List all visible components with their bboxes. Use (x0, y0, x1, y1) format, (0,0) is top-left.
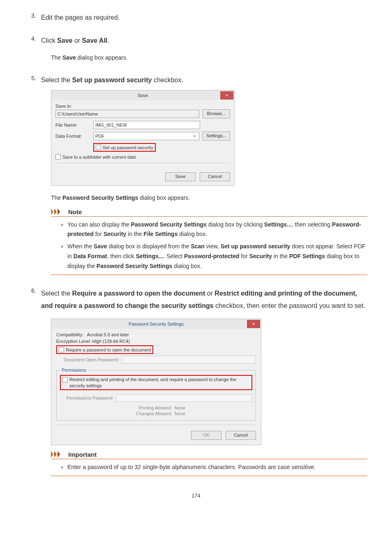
file-name-field[interactable]: IMG_001_NEW (93, 121, 200, 129)
save-subfolder-checkbox[interactable] (55, 154, 61, 160)
require-open-label: Require a password to open the document (66, 347, 151, 352)
note-chevron-icon (51, 208, 66, 215)
perm-pwd-field[interactable] (116, 394, 252, 402)
step-4-num: 4. (31, 35, 36, 42)
step-4: 4. Click Save or Save All. The Save dial… (41, 35, 367, 62)
important-title: Important (68, 451, 97, 458)
permissions-legend: Permissions (60, 368, 88, 372)
encryption-label: Encryption Level: High (128-bit RC4) (56, 339, 256, 344)
pss-dialog-title: Password Security Settings (51, 321, 261, 326)
cancel-button[interactable]: Cancel (200, 172, 230, 181)
step-5: 5. Select the Set up password security c… (41, 75, 367, 275)
restrict-label: Restrict editing and printing of the doc… (69, 377, 250, 388)
settings-button[interactable]: Settings... (203, 132, 230, 141)
pss-dialog: Password Security Settings × Compatibili… (51, 319, 261, 445)
perm-pwd-label: Permissions Password: (67, 395, 113, 400)
pss-dialog-titlebar: Password Security Settings × (51, 319, 261, 329)
ok-button[interactable]: OK (191, 431, 221, 440)
svg-marker-0 (51, 208, 53, 215)
setup-password-label: Set up password security (103, 145, 153, 150)
important-chevron-icon (51, 451, 66, 458)
svg-marker-5 (58, 451, 60, 458)
compatibility-row: Compatibility: Acrobat 5.0 and later (56, 332, 256, 337)
setup-password-highlight: Set up password security (93, 143, 156, 152)
step-4-text: Click Save or Save All. (41, 35, 367, 46)
step-6-text: Select the Require a password to open th… (41, 287, 367, 312)
setup-password-checkbox[interactable] (96, 145, 101, 150)
svg-marker-3 (51, 451, 53, 458)
save-dialog: Save × Save in: C:\Users\UserName Browse… (51, 90, 235, 186)
note-item-2: When the Save dialog box is displayed fr… (67, 242, 367, 271)
step-6-num: 6. (31, 287, 36, 294)
note-callout: Note You can also display the Password S… (51, 208, 367, 275)
note-title: Note (68, 208, 82, 215)
restrict-highlight: Restrict editing and printing of the doc… (60, 375, 252, 390)
important-callout: Important Enter a password of up to 32 s… (51, 451, 367, 476)
step-3: 3. Edit the pages as required. (41, 12, 367, 23)
save-button[interactable]: Save (165, 172, 196, 181)
data-format-select[interactable]: PDF ▾ (93, 132, 199, 140)
step-5-text: Select the Set up password security chec… (41, 75, 367, 86)
save-in-label: Save in: (55, 104, 93, 109)
step-3-text: Edit the pages as required. (41, 12, 367, 23)
save-in-field: C:\Users\UserName (55, 110, 199, 118)
require-open-checkbox[interactable] (59, 347, 64, 352)
restrict-checkbox[interactable] (62, 377, 68, 382)
printing-allowed-row: Printing Allowed:None (60, 405, 252, 410)
browse-button[interactable]: Browse... (203, 109, 230, 118)
save-subfolder-label: Save to a subfolder with current date (62, 155, 136, 160)
pss-dialog-close[interactable]: × (247, 320, 260, 328)
svg-marker-2 (58, 208, 60, 215)
svg-marker-4 (54, 451, 57, 458)
step-4-sub: The Save dialog box appears. (51, 53, 367, 62)
permissions-fieldset: Permissions Restrict editing and printin… (56, 368, 256, 421)
step-5-num: 5. (31, 75, 36, 81)
step-5-sub: The Password Security Settings dialog bo… (51, 193, 367, 202)
save-dialog-title: Save (51, 93, 234, 98)
page-number: 174 (0, 493, 392, 499)
require-open-highlight: Require a password to open the document (56, 345, 153, 354)
save-dialog-close[interactable]: × (220, 91, 233, 99)
chevron-down-icon: ▾ (191, 132, 197, 140)
save-dialog-titlebar: Save × (51, 90, 234, 100)
step-3-num: 3. (31, 12, 36, 19)
important-item-1: Enter a password of up to 32 single-byte… (67, 462, 367, 472)
file-name-label: File Name: (55, 123, 93, 127)
data-format-label: Data Format: (55, 134, 93, 139)
pss-cancel-button[interactable]: Cancel (226, 431, 256, 440)
step-6: 6. Select the Require a password to open… (41, 287, 367, 476)
note-item-1: You can also display the Password Securi… (67, 220, 367, 240)
changes-allowed-row: Changes Allowed:None (60, 411, 252, 416)
doc-open-pwd-label: Document Open Password: (64, 357, 119, 362)
doc-open-pwd-field[interactable] (122, 356, 256, 363)
data-format-value: PDF (95, 132, 104, 140)
svg-marker-1 (54, 208, 57, 215)
